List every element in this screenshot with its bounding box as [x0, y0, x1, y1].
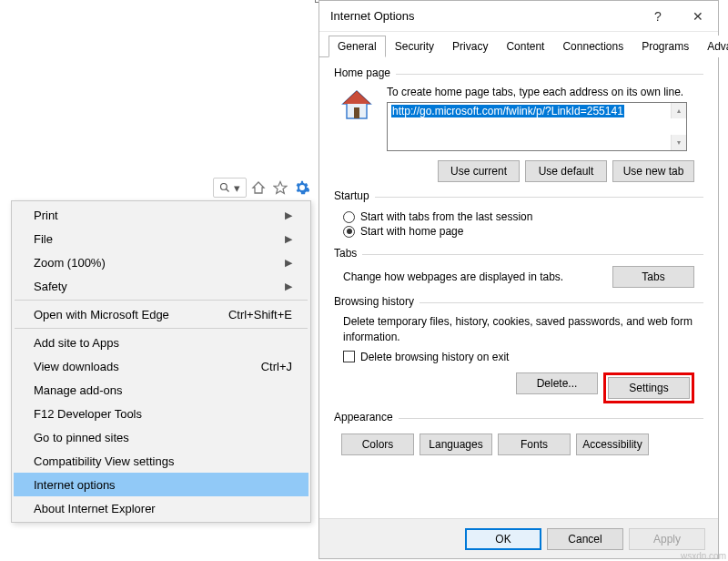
chevron-right-icon: ▶	[285, 233, 292, 245]
menu-item-edge[interactable]: Open with Microsoft EdgeCtrl+Shift+E	[14, 302, 308, 326]
group-legend: Tabs	[334, 247, 362, 260]
ok-button[interactable]: OK	[465, 528, 541, 550]
radio-label: Start with tabs from the last session	[360, 210, 532, 223]
accessibility-button[interactable]: Accessibility	[576, 434, 649, 455]
menu-item-compat-view[interactable]: Compatibility View settings	[14, 449, 308, 473]
radio-start-last-session[interactable]: Start with tabs from the last session	[343, 210, 703, 223]
menu-label: Zoom (100%)	[34, 256, 106, 270]
tabs-desc: Change how webpages are displayed in tab…	[343, 270, 563, 283]
menu-item-internet-options[interactable]: Internet options	[14, 473, 308, 496]
chevron-right-icon: ▶	[285, 209, 292, 221]
watermark: wsxdn.com	[681, 551, 726, 561]
dialog-body: Home page To create home page tabs, type…	[319, 57, 718, 461]
homepage-desc: To create home page tabs, type each addr…	[387, 86, 703, 98]
menu-item-about-ie[interactable]: About Internet Explorer	[14, 496, 308, 520]
group-legend: Appearance	[334, 411, 399, 423]
menu-item-pinned-sites[interactable]: Go to pinned sites	[14, 425, 308, 449]
menu-label: Safety	[34, 280, 67, 293]
group-home-page: Home page To create home page tabs, type…	[334, 74, 703, 188]
menu-item-f12-devtools[interactable]: F12 Developer Tools	[14, 402, 308, 425]
fonts-button[interactable]: Fonts	[498, 434, 571, 455]
delete-button[interactable]: Delete...	[516, 372, 598, 394]
group-startup: Startup Start with tabs from the last se…	[334, 197, 703, 245]
tab-security[interactable]: Security	[386, 36, 443, 57]
search-icon	[219, 182, 230, 193]
group-legend: Browsing history	[334, 295, 420, 308]
close-button[interactable]: ✕	[678, 1, 718, 32]
radio-label: Start with home page	[360, 225, 463, 238]
menu-label: About Internet Explorer	[34, 502, 156, 515]
menu-shortcut: Ctrl+J	[261, 360, 292, 373]
svg-line-1	[227, 189, 229, 192]
checkbox-delete-on-exit[interactable]: Delete browsing history on exit	[343, 351, 703, 363]
chevron-right-icon: ▶	[285, 257, 292, 269]
group-legend: Home page	[334, 66, 396, 79]
tab-general[interactable]: General	[329, 36, 386, 57]
menu-label: F12 Developer Tools	[34, 407, 142, 421]
menu-item-manage-addons[interactable]: Manage add-ons	[14, 378, 308, 402]
menu-label: View downloads	[34, 360, 119, 373]
use-current-button[interactable]: Use current	[438, 160, 520, 182]
menu-item-zoom[interactable]: Zoom (100%)▶	[14, 250, 308, 274]
languages-button[interactable]: Languages	[420, 434, 492, 455]
radio-start-home-page[interactable]: Start with home page	[343, 225, 703, 238]
chevron-right-icon: ▶	[285, 280, 292, 292]
menu-separator	[15, 300, 308, 301]
tab-advanced[interactable]: Advanced	[698, 36, 728, 57]
group-tabs: Tabs Change how webpages are displayed i…	[334, 254, 703, 293]
house-icon	[338, 86, 376, 124]
menu-label: Print	[34, 209, 58, 222]
star-icon[interactable]	[270, 178, 290, 198]
group-browsing-history: Browsing history Delete temporary files,…	[334, 302, 703, 409]
radio-icon	[343, 211, 355, 223]
menu-item-add-site-apps[interactable]: Add site to Apps	[14, 331, 308, 354]
menu-label: Add site to Apps	[34, 336, 119, 350]
menu-label: File	[34, 232, 53, 246]
homepage-url-value: http://go.microsoft.com/fwlink/p/?LinkId…	[391, 105, 624, 117]
homepage-url-textarea[interactable]: http://go.microsoft.com/fwlink/p/?LinkId…	[387, 102, 687, 151]
dialog-tabs: General Security Privacy Content Connect…	[319, 36, 718, 57]
cancel-button[interactable]: Cancel	[547, 528, 623, 550]
apply-button[interactable]: Apply	[629, 528, 705, 550]
menu-item-print[interactable]: Print▶	[14, 203, 308, 227]
menu-item-safety[interactable]: Safety▶	[14, 274, 308, 298]
checkbox-icon	[343, 351, 355, 362]
tab-content[interactable]: Content	[497, 36, 553, 57]
checkbox-label: Delete browsing history on exit	[360, 351, 509, 363]
dialog-footer: OK Cancel Apply	[319, 518, 718, 558]
settings-button[interactable]: Settings	[608, 377, 690, 399]
menu-item-file[interactable]: File▶	[14, 227, 308, 250]
internet-options-dialog: Internet Options ? ✕ General Security Pr…	[318, 0, 719, 559]
use-default-button[interactable]: Use default	[525, 160, 607, 182]
home-icon[interactable]	[248, 178, 268, 198]
scroll-up-icon[interactable]: ▴	[671, 103, 686, 118]
search-box[interactable]: ▾	[213, 178, 247, 198]
menu-label: Manage add-ons	[34, 383, 123, 397]
dialog-titlebar: Internet Options ? ✕	[319, 1, 718, 32]
help-button[interactable]: ?	[638, 1, 678, 32]
menu-item-view-downloads[interactable]: View downloadsCtrl+J	[14, 354, 308, 378]
dialog-title: Internet Options	[330, 9, 638, 23]
tab-connections[interactable]: Connections	[553, 36, 632, 57]
menu-separator	[15, 328, 308, 329]
scroll-down-icon[interactable]: ▾	[671, 135, 686, 150]
menu-label: Internet options	[34, 478, 116, 492]
menu-shortcut: Ctrl+Shift+E	[228, 308, 292, 321]
svg-rect-2	[354, 107, 359, 118]
tools-context-menu: Print▶ File▶ Zoom (100%)▶ Safety▶ Open w…	[11, 200, 311, 523]
menu-label: Open with Microsoft Edge	[34, 308, 169, 321]
menu-label: Go to pinned sites	[34, 431, 129, 444]
tab-programs[interactable]: Programs	[632, 36, 698, 57]
colors-button[interactable]: Colors	[341, 434, 414, 455]
svg-point-0	[221, 184, 228, 190]
group-legend: Startup	[334, 189, 375, 202]
highlight-settings: Settings	[603, 372, 694, 403]
tabs-button[interactable]: Tabs	[612, 266, 694, 288]
gear-icon[interactable]	[292, 178, 312, 198]
use-new-tab-button[interactable]: Use new tab	[612, 160, 694, 182]
group-appearance: Appearance Colors Languages Fonts Access…	[334, 418, 703, 461]
tab-privacy[interactable]: Privacy	[443, 36, 497, 57]
ie-toolbar: ▾	[213, 178, 312, 198]
history-desc: Delete temporary files, history, cookies…	[343, 314, 694, 345]
radio-icon	[343, 226, 355, 238]
